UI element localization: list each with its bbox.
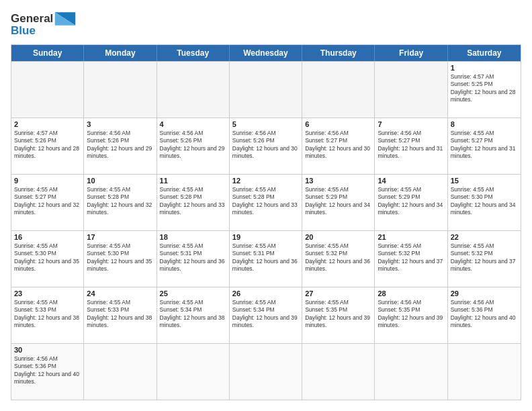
- calendar-cell: [11, 62, 84, 118]
- calendar-row-2: 2Sunrise: 4:57 AMSunset: 5:26 PMDaylight…: [11, 118, 521, 174]
- cell-date: 10: [87, 177, 153, 185]
- calendar-cell: [157, 344, 230, 400]
- cell-date: 15: [451, 177, 518, 185]
- calendar-cell: 2Sunrise: 4:57 AMSunset: 5:26 PMDaylight…: [11, 118, 84, 174]
- day-header-monday: Monday: [84, 45, 157, 61]
- cell-date: 6: [305, 120, 371, 128]
- calendar-cell: 16Sunrise: 4:55 AMSunset: 5:30 PMDayligh…: [11, 231, 84, 287]
- calendar-cell: [302, 344, 375, 400]
- cell-info: Sunrise: 4:55 AMSunset: 5:29 PMDaylight:…: [305, 186, 371, 217]
- calendar-row-1: 1Sunrise: 4:57 AMSunset: 5:25 PMDaylight…: [11, 61, 521, 118]
- page: General Blue SundayMondayTuesdayWednesda…: [0, 0, 532, 411]
- cell-date: 23: [14, 289, 81, 298]
- calendar-cell: 25Sunrise: 4:55 AMSunset: 5:34 PMDayligh…: [157, 287, 230, 343]
- cell-date: 28: [378, 289, 444, 298]
- calendar-row-3: 9Sunrise: 4:55 AMSunset: 5:27 PMDaylight…: [11, 174, 521, 230]
- cell-date: 4: [160, 120, 226, 128]
- calendar-row-4: 16Sunrise: 4:55 AMSunset: 5:30 PMDayligh…: [11, 230, 521, 287]
- logo: General Blue: [11, 11, 91, 38]
- calendar-row-6: 30Sunrise: 4:56 AMSunset: 5:36 PMDayligh…: [11, 343, 521, 400]
- cell-date: 5: [232, 120, 299, 128]
- cell-info: Sunrise: 4:55 AMSunset: 5:34 PMDaylight:…: [160, 299, 226, 330]
- cell-info: Sunrise: 4:55 AMSunset: 5:32 PMDaylight:…: [305, 242, 371, 273]
- cell-date: 14: [378, 177, 444, 185]
- cell-date: 8: [451, 120, 518, 128]
- calendar-header: SundayMondayTuesdayWednesdayThursdayFrid…: [11, 45, 521, 61]
- cell-info: Sunrise: 4:55 AMSunset: 5:28 PMDaylight:…: [232, 186, 299, 217]
- calendar-cell: 5Sunrise: 4:56 AMSunset: 5:26 PMDaylight…: [230, 118, 302, 174]
- calendar-cell: [84, 62, 157, 118]
- calendar-cell: 27Sunrise: 4:55 AMSunset: 5:35 PMDayligh…: [302, 287, 375, 343]
- cell-info: Sunrise: 4:56 AMSunset: 5:36 PMDaylight:…: [14, 355, 81, 386]
- calendar-cell: 13Sunrise: 4:55 AMSunset: 5:29 PMDayligh…: [302, 175, 375, 230]
- calendar-cell: [302, 62, 375, 118]
- day-header-friday: Friday: [375, 45, 447, 61]
- cell-date: 27: [305, 289, 371, 298]
- cell-date: 17: [87, 233, 153, 241]
- cell-date: 12: [232, 177, 299, 185]
- day-header-thursday: Thursday: [302, 45, 375, 61]
- cell-info: Sunrise: 4:55 AMSunset: 5:30 PMDaylight:…: [451, 186, 518, 217]
- cell-info: Sunrise: 4:55 AMSunset: 5:30 PMDaylight:…: [14, 242, 81, 273]
- cell-date: 11: [160, 177, 226, 185]
- calendar-cell: 22Sunrise: 4:55 AMSunset: 5:32 PMDayligh…: [448, 231, 521, 287]
- calendar-row-5: 23Sunrise: 4:55 AMSunset: 5:33 PMDayligh…: [11, 287, 521, 343]
- cell-info: Sunrise: 4:55 AMSunset: 5:35 PMDaylight:…: [305, 299, 371, 330]
- calendar-cell: [230, 344, 302, 400]
- calendar-cell: [375, 62, 447, 118]
- calendar-cell: [157, 62, 230, 118]
- cell-date: 20: [305, 233, 371, 241]
- cell-info: Sunrise: 4:55 AMSunset: 5:28 PMDaylight:…: [160, 186, 226, 217]
- day-header-wednesday: Wednesday: [230, 45, 302, 61]
- calendar-cell: 4Sunrise: 4:56 AMSunset: 5:26 PMDaylight…: [157, 118, 230, 174]
- cell-info: Sunrise: 4:55 AMSunset: 5:30 PMDaylight:…: [87, 242, 153, 273]
- day-header-tuesday: Tuesday: [157, 45, 230, 61]
- cell-date: 22: [451, 233, 518, 241]
- cell-info: Sunrise: 4:56 AMSunset: 5:26 PMDaylight:…: [160, 130, 226, 161]
- cell-info: Sunrise: 4:56 AMSunset: 5:36 PMDaylight:…: [451, 299, 518, 330]
- calendar-cell: 15Sunrise: 4:55 AMSunset: 5:30 PMDayligh…: [448, 175, 521, 230]
- cell-info: Sunrise: 4:57 AMSunset: 5:25 PMDaylight:…: [451, 73, 518, 104]
- calendar-cell: [84, 344, 157, 400]
- calendar-cell: 19Sunrise: 4:55 AMSunset: 5:31 PMDayligh…: [230, 231, 302, 287]
- cell-info: Sunrise: 4:55 AMSunset: 5:27 PMDaylight:…: [451, 130, 518, 161]
- calendar-cell: 29Sunrise: 4:56 AMSunset: 5:36 PMDayligh…: [448, 287, 521, 343]
- calendar-cell: 9Sunrise: 4:55 AMSunset: 5:27 PMDaylight…: [11, 175, 84, 230]
- calendar-cell: 1Sunrise: 4:57 AMSunset: 5:25 PMDaylight…: [448, 62, 521, 118]
- cell-info: Sunrise: 4:55 AMSunset: 5:28 PMDaylight:…: [87, 186, 153, 217]
- calendar-cell: 28Sunrise: 4:56 AMSunset: 5:35 PMDayligh…: [375, 287, 447, 343]
- cell-date: 3: [87, 120, 153, 128]
- cell-info: Sunrise: 4:55 AMSunset: 5:33 PMDaylight:…: [87, 299, 153, 330]
- calendar-cell: 10Sunrise: 4:55 AMSunset: 5:28 PMDayligh…: [84, 175, 157, 230]
- cell-info: Sunrise: 4:55 AMSunset: 5:29 PMDaylight:…: [378, 186, 444, 217]
- logo-general: General: [11, 12, 53, 26]
- cell-info: Sunrise: 4:55 AMSunset: 5:34 PMDaylight:…: [232, 299, 299, 330]
- cell-date: 7: [378, 120, 444, 128]
- cell-info: Sunrise: 4:56 AMSunset: 5:26 PMDaylight:…: [232, 130, 299, 161]
- cell-info: Sunrise: 4:56 AMSunset: 5:26 PMDaylight:…: [87, 130, 153, 161]
- calendar-body: 1Sunrise: 4:57 AMSunset: 5:25 PMDaylight…: [11, 61, 521, 400]
- calendar-cell: 14Sunrise: 4:55 AMSunset: 5:29 PMDayligh…: [375, 175, 447, 230]
- cell-info: Sunrise: 4:56 AMSunset: 5:35 PMDaylight:…: [378, 299, 444, 330]
- calendar-cell: 30Sunrise: 4:56 AMSunset: 5:36 PMDayligh…: [11, 344, 84, 400]
- calendar-cell: 24Sunrise: 4:55 AMSunset: 5:33 PMDayligh…: [84, 287, 157, 343]
- cell-date: 13: [305, 177, 371, 185]
- cell-date: 24: [87, 289, 153, 298]
- cell-date: 21: [378, 233, 444, 241]
- calendar-cell: 11Sunrise: 4:55 AMSunset: 5:28 PMDayligh…: [157, 175, 230, 230]
- logo-icon: [53, 11, 77, 27]
- cell-info: Sunrise: 4:56 AMSunset: 5:27 PMDaylight:…: [378, 130, 444, 161]
- cell-date: 1: [451, 64, 518, 72]
- cell-date: 2: [14, 120, 81, 128]
- cell-date: 30: [14, 346, 81, 354]
- cell-date: 19: [232, 233, 299, 241]
- calendar-cell: 7Sunrise: 4:56 AMSunset: 5:27 PMDaylight…: [375, 118, 447, 174]
- cell-date: 18: [160, 233, 226, 241]
- cell-info: Sunrise: 4:55 AMSunset: 5:32 PMDaylight:…: [451, 242, 518, 273]
- cell-info: Sunrise: 4:55 AMSunset: 5:27 PMDaylight:…: [14, 186, 81, 217]
- cell-date: 16: [14, 233, 81, 241]
- calendar-cell: 20Sunrise: 4:55 AMSunset: 5:32 PMDayligh…: [302, 231, 375, 287]
- calendar-cell: [448, 344, 521, 400]
- cell-date: 9: [14, 177, 81, 185]
- calendar: SundayMondayTuesdayWednesdayThursdayFrid…: [11, 44, 521, 400]
